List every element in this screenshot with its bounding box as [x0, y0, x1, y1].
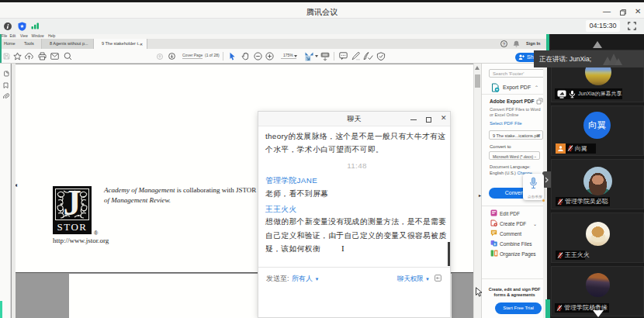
svg-text:?: ? — [503, 42, 506, 47]
